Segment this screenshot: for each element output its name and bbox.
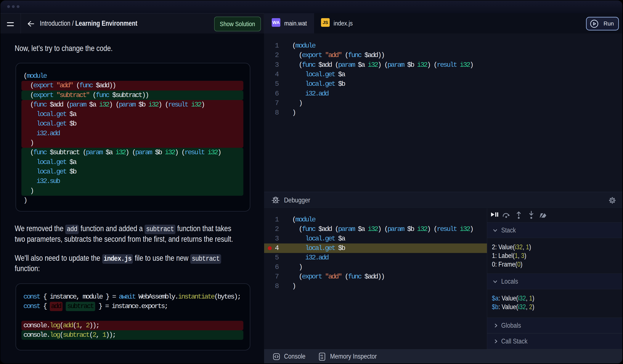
svg-text:10: 10: [320, 357, 323, 360]
svg-text:01: 01: [320, 354, 323, 357]
